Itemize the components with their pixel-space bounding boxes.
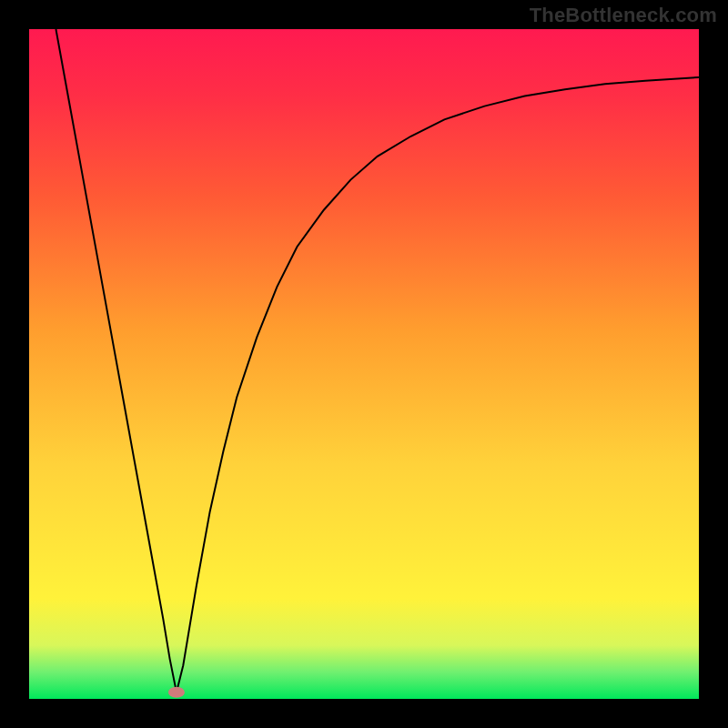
plot-background: [29, 29, 699, 699]
chart-svg: [29, 29, 699, 699]
site-attribution: TheBottleneck.com: [530, 4, 717, 27]
plot-area: [29, 29, 699, 699]
chart-frame: TheBottleneck.com: [0, 0, 728, 728]
minimum-marker: [168, 687, 185, 698]
